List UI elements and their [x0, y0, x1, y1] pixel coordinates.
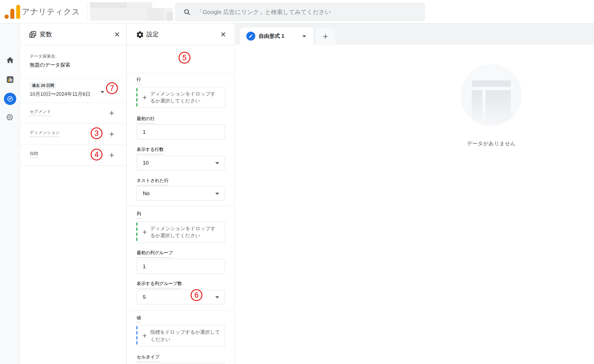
rows-dropzone-text: ディメンションをドロップするか選択してください [150, 90, 220, 105]
show-rows-select[interactable]: 10 [137, 156, 225, 170]
date-range-chip: 過去 28 日間 [30, 82, 56, 89]
search-input[interactable] [197, 9, 425, 15]
show-rows-value: 10 [143, 160, 149, 166]
advertising-icon[interactable] [4, 111, 16, 124]
tab-strip: 自由形式 1 + [235, 24, 594, 45]
annotation-circle-7: 7 [106, 82, 118, 94]
chevron-down-icon [215, 193, 219, 195]
values-dropzone-text: 指標をドロップするか選択してください [150, 329, 220, 343]
plus-icon: + [142, 93, 147, 102]
add-metric-button[interactable]: + [109, 151, 114, 160]
columns-dropzone[interactable]: + ディメンションをドロップするか選択してください [137, 221, 225, 243]
variables-panel: 変数 ✕ データ探索名: 無題のデータ探索 過去 28 日間 10月10日〜20… [20, 24, 127, 364]
variables-close-icon[interactable]: ✕ [114, 24, 120, 45]
add-segment-button[interactable]: + [109, 109, 114, 117]
dimensions-section: ディメンション + [20, 123, 126, 145]
settings-close-icon[interactable]: ✕ [220, 24, 226, 45]
segments-section: セグメント + [20, 103, 126, 123]
plus-icon: + [142, 228, 147, 237]
canvas-area: 自由形式 1 + データがありません [235, 24, 594, 364]
values-label: 値 [137, 315, 141, 323]
annotation-circle-5: 5 [179, 52, 190, 64]
show-cols-value: 5 [143, 294, 146, 300]
empty-state-illustration [460, 64, 522, 126]
first-row-label: 最初の行 [137, 116, 155, 123]
first-row-input[interactable]: 1 [137, 125, 225, 139]
show-cols-label: 表示する列グループ数 [137, 281, 182, 288]
header-divider [88, 4, 88, 19]
values-dropzone[interactable]: + 指標をドロップするか選択してください [137, 325, 225, 347]
reports-icon[interactable] [4, 73, 16, 86]
nested-rows-label: ネストされた行 [137, 178, 169, 185]
first-col-label: 最初の列グループ [137, 250, 173, 258]
segments-label: セグメント [30, 109, 51, 116]
cell-type-select[interactable]: 棒グラフ [137, 363, 225, 364]
annotation-circle-4: 4 [91, 149, 102, 160]
variables-panel-header: 変数 ✕ [20, 24, 126, 45]
variables-icon [29, 30, 37, 40]
tab-freeform-1[interactable]: 自由形式 1 [240, 27, 313, 45]
global-search[interactable] [175, 3, 425, 21]
settings-panel-header: 設定 ✕ [127, 24, 235, 45]
chevron-down-icon [215, 162, 219, 164]
tab-settings-panel: 設定 ✕ 行 + ディメンションをドロップするか選択してください 最初の行 1 … [127, 24, 235, 364]
pencil-icon [246, 32, 255, 41]
rows-label: 行 [137, 77, 141, 84]
nav-rail [0, 24, 20, 364]
settings-gear-icon [136, 31, 144, 40]
exploration-name-section[interactable]: データ探索名: 無題のデータ探索 [20, 45, 126, 78]
exploration-name-value[interactable]: 無題のデータ探索 [30, 62, 126, 68]
variables-panel-title: 変数 [40, 24, 52, 45]
ga-explore-page: アナリティクス 変数 [0, 0, 594, 364]
columns-dropzone-text: ディメンションをドロップするか選択してください [150, 225, 220, 239]
empty-state-text: データがありません [432, 140, 550, 147]
show-cols-select[interactable]: 5 [137, 290, 225, 304]
chevron-down-icon [215, 296, 219, 298]
add-dimension-button[interactable]: + [109, 130, 114, 138]
add-tab-button[interactable]: + [315, 28, 335, 45]
cell-type-label: セルタイプ [137, 354, 160, 362]
metric-accent [136, 326, 137, 346]
visualization-canvas: データがありません [235, 45, 594, 364]
tab-chevron-down-icon[interactable] [302, 35, 306, 38]
settings-scroll-area: 行 + ディメンションをドロップするか選択してください 最初の行 1 表示する行… [127, 45, 235, 364]
rows-dropzone[interactable]: + ディメンションをドロップするか選択してください [137, 87, 225, 108]
annotation-circle-3: 3 [91, 127, 102, 139]
settings-panel-title: 設定 [146, 24, 159, 45]
nested-rows-value: No [143, 190, 149, 197]
annotation-circle-6: 6 [191, 289, 202, 301]
dimensions-label: ディメンション [30, 130, 60, 137]
metrics-label: 指標 [30, 151, 38, 158]
tab-label: 自由形式 1 [259, 27, 284, 45]
first-col-input[interactable]: 1 [137, 259, 225, 274]
top-header: アナリティクス [0, 0, 594, 24]
nested-rows-select[interactable]: No [137, 186, 225, 201]
show-rows-label: 表示する行数 [137, 147, 164, 154]
dimension-accent [136, 223, 137, 242]
app-title: アナリティクス [22, 0, 80, 24]
explore-icon-active[interactable] [4, 93, 16, 105]
exploration-name-label: データ探索名: [30, 54, 126, 59]
plus-icon: + [142, 332, 147, 340]
redacted-account-name [90, 2, 173, 21]
columns-label: 列 [137, 211, 141, 219]
home-icon[interactable] [4, 54, 16, 66]
search-icon [183, 8, 191, 16]
dimension-accent [136, 88, 137, 107]
metrics-section: 指標 + [20, 145, 126, 166]
chevron-down-icon [100, 91, 104, 93]
